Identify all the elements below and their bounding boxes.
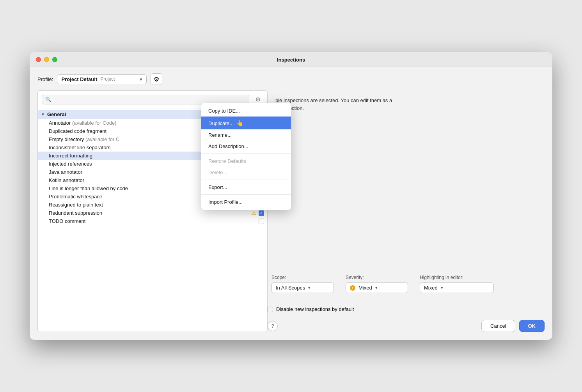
context-menu: Copy to IDE... Duplicate...👆 Rename... A… xyxy=(201,103,291,210)
menu-item-label: Delete... xyxy=(208,170,227,175)
menu-item-export[interactable]: Export... xyxy=(201,182,291,193)
menu-separator xyxy=(201,194,291,195)
menu-item-add-description[interactable]: Add Description... xyxy=(201,141,291,152)
close-button[interactable] xyxy=(36,57,41,62)
titlebar: Inspections xyxy=(30,52,552,67)
chevron-icon: ▼ xyxy=(41,112,45,117)
inspections-dialog: Inspections Profile: Project Default Pro… xyxy=(30,52,552,340)
item-label: TODO comment xyxy=(49,218,256,224)
scope-label: Scope: xyxy=(271,275,334,280)
buttons-row: ? Cancel OK xyxy=(268,315,545,332)
cursor-hand-icon: 👆 xyxy=(236,119,244,127)
dialog-content: Profile: Project Default Project ▾ ⚙ 🔍 xyxy=(30,67,552,340)
menu-item-rename[interactable]: Rename... xyxy=(201,129,291,141)
chevron-down-icon: ▾ xyxy=(140,76,142,82)
profile-name: Project Default xyxy=(61,76,97,82)
highlighting-value: Mixed xyxy=(424,285,438,291)
scope-row: Scope: In All Scopes ▾ Severity: ! xyxy=(271,275,494,293)
highlighting-dropdown[interactable]: Mixed ▾ xyxy=(420,283,494,293)
scope-value: In All Scopes xyxy=(276,285,305,291)
profile-row: Profile: Project Default Project ▾ ⚙ xyxy=(37,73,545,85)
traffic-lights xyxy=(36,57,57,62)
severity-label: Severity: xyxy=(346,275,408,280)
menu-separator xyxy=(201,180,291,180)
profile-dropdown[interactable]: Project Default Project ▾ xyxy=(57,74,147,84)
maximize-button[interactable] xyxy=(52,57,57,62)
warning-icon: ⚠ xyxy=(252,210,256,216)
group-label: General xyxy=(47,111,66,117)
profile-label: Profile: xyxy=(37,76,53,82)
menu-separator xyxy=(201,154,291,154)
chevron-down-icon: ▾ xyxy=(308,285,311,290)
help-button[interactable]: ? xyxy=(268,321,278,331)
menu-item-label: Add Description... xyxy=(208,143,248,149)
menu-item-duplicate[interactable]: Duplicate...👆 xyxy=(201,117,291,129)
main-area: 🔍 ⊘ ▼ General Annotator (available for C… xyxy=(37,90,545,332)
disable-label: Disable new inspections by default xyxy=(276,306,354,312)
item-secondary: (available for Code| xyxy=(72,120,116,126)
menu-item-label: Copy to IDE... xyxy=(208,108,240,114)
severity-group: Severity: ! Mixed ▾ xyxy=(346,275,408,293)
ok-button[interactable]: OK xyxy=(519,320,545,332)
gear-icon: ⚙ xyxy=(154,76,159,83)
scope-group: Scope: In All Scopes ▾ xyxy=(271,275,334,293)
chevron-down-icon: ▾ xyxy=(375,285,378,290)
menu-item-label: Import Profile... xyxy=(208,199,243,205)
search-icon: 🔍 xyxy=(45,97,51,102)
info-text: ble inspections are selected. You can ed… xyxy=(275,97,537,112)
severity-dropdown[interactable]: ! Mixed ▾ xyxy=(346,283,408,293)
gear-button[interactable]: ⚙ xyxy=(151,73,162,85)
item-label: Redundant suppression xyxy=(49,210,249,216)
scope-dropdown[interactable]: In All Scopes ▾ xyxy=(271,283,334,293)
right-panel-wrapper: ble inspections are selected. You can ed… xyxy=(268,90,545,332)
dialog-title: Inspections xyxy=(277,57,305,63)
cancel-button[interactable]: Cancel xyxy=(481,320,515,332)
minimize-button[interactable] xyxy=(44,57,49,62)
menu-item-label: Rename... xyxy=(208,132,232,138)
search-input[interactable] xyxy=(53,97,246,102)
list-item[interactable]: TODO comment xyxy=(38,217,267,225)
chevron-down-icon: ▾ xyxy=(441,285,443,290)
bottom-row: Disable new inspections by default xyxy=(268,306,545,315)
scope-controls: Scope: In All Scopes ▾ Severity: ! xyxy=(271,275,494,293)
menu-item-label: Restore Defaults xyxy=(208,158,246,164)
warning-dot-icon: ! xyxy=(350,285,355,291)
menu-item-restore-defaults: Restore Defaults xyxy=(201,155,291,167)
item-checkbox[interactable] xyxy=(259,219,264,224)
menu-item-label: Export... xyxy=(208,184,227,190)
filter-icon: ⊘ xyxy=(256,96,261,103)
disable-checkbox[interactable] xyxy=(268,307,273,312)
severity-value: Mixed xyxy=(358,285,372,291)
highlighting-label: Highlighting in editor: xyxy=(420,275,494,280)
menu-item-delete: Delete... xyxy=(201,167,291,178)
list-item[interactable]: Redundant suppression ⚠ ✓ xyxy=(38,209,267,217)
info-line-1: ble inspections are selected. You can ed… xyxy=(275,97,392,103)
menu-item-copy-to-ide[interactable]: Copy to IDE... xyxy=(201,105,291,117)
question-icon: ? xyxy=(271,323,274,329)
item-checkbox-checked[interactable]: ✓ xyxy=(259,210,264,216)
profile-sub: Project xyxy=(100,76,115,82)
right-panel: ble inspections are selected. You can ed… xyxy=(268,90,545,306)
menu-item-import-profile[interactable]: Import Profile... xyxy=(201,196,291,208)
menu-item-label: Duplicate...👆 xyxy=(208,120,244,126)
item-secondary: (available for C xyxy=(85,136,119,142)
highlighting-group: Highlighting in editor: Mixed ▾ xyxy=(420,275,494,293)
